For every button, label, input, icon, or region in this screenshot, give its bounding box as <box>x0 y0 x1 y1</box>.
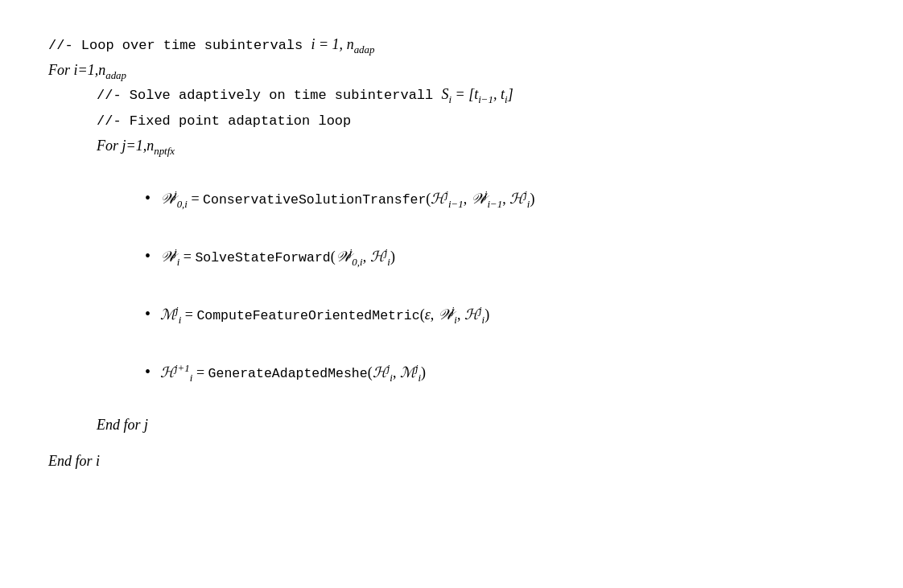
bullet-4-content: ℋj+1i = GenerateAdaptedMeshe(ℋji, ℳji) <box>160 360 426 385</box>
bullet-1-equals: = <box>191 191 203 207</box>
bullet-2-symbol: • <box>145 242 150 269</box>
bullet-3-symbol: • <box>145 300 150 327</box>
bullet-2-fn: SolveStateForward <box>195 250 330 265</box>
comment-fp-text: //- Fixed point adaptation loop <box>97 113 351 129</box>
bullet-1-paren-close: ) <box>530 191 534 207</box>
for-i-text: For i=1,nadap <box>48 62 126 78</box>
bullet-2-content: 𝒲ji = SolveStateForward(𝒲j0,i, ℋji) <box>160 245 395 269</box>
bullet-4-equals: = <box>196 364 208 380</box>
bullet-item-1: • 𝒲j0,i = ConservativeSolutionTransfer(ℋ… <box>145 184 855 212</box>
bullet-1-arg2: 𝒲ji−1 <box>471 191 502 207</box>
bullet-item-2: • 𝒲ji = SolveStateForward(𝒲j0,i, ℋji) <box>145 242 855 269</box>
bullet-2-paren-close: ) <box>390 249 395 265</box>
comment-solve-text: //- Solve adaptively on time subinterval… <box>97 88 441 103</box>
bullet-2-lhs: 𝒲ji <box>160 249 183 265</box>
bullet-1-arg1: ℋji−1 <box>431 191 463 207</box>
bullet-3-comma1: , <box>431 306 438 323</box>
bullet-item-4: • ℋj+1i = GenerateAdaptedMeshe(ℋji, ℳji) <box>145 358 855 385</box>
bullet-1-content: 𝒲j0,i = ConservativeSolutionTransfer(ℋji… <box>160 187 534 212</box>
bullet-1-fn: ConservativeSolutionTransfer <box>203 192 426 208</box>
comment-loop-text: //- Loop over time subintervals <box>48 38 311 53</box>
bullet-3-equals: = <box>185 306 197 323</box>
bullet-3-comma2: , <box>457 306 464 323</box>
end-for-j-line: End for j <box>97 413 855 438</box>
bullet-3-paren-close: ) <box>484 306 489 323</box>
bullet-2-equals: = <box>183 249 196 265</box>
bullet-1-arg3: ℋji <box>509 191 530 207</box>
bullet-item-3: • ℳji = ComputeFeatureOrientedMetric(ε, … <box>145 300 855 327</box>
bullet-1-symbol: • <box>145 184 150 212</box>
bullet-4-lhs: ℋj+1i <box>160 364 196 380</box>
bullet-3-arg3: ℋji <box>464 306 484 323</box>
algorithm-container: //- Loop over time subintervals i = 1, n… <box>48 32 855 473</box>
bullet-2-arg2: ℋji <box>370 249 390 265</box>
bullet-1-lhs: 𝒲j0,i <box>160 191 191 207</box>
bullet-4-comma1: , <box>393 364 400 380</box>
bullet-4-symbol: • <box>145 358 150 385</box>
comment-fixed-point: //- Fixed point adaptation loop <box>97 108 855 134</box>
bullet-1-comma1: , <box>464 191 471 207</box>
bullet-4-arg1: ℋji <box>373 364 393 380</box>
bullet-4-fn: GenerateAdaptedMeshe <box>208 366 368 381</box>
bullet-4-arg2: ℳji <box>400 364 421 380</box>
for-j-text: For j=1,nnptfx <box>97 138 175 154</box>
end-for-i-line: End for i <box>48 449 855 474</box>
for-j-line: For j=1,nnptfx <box>97 134 855 158</box>
end-for-i-text: End for i <box>48 453 100 469</box>
solve-math: Si = [ti−1, ti] <box>441 86 513 102</box>
bullet-3-arg1: ε <box>425 306 431 323</box>
bullet-3-fn: ComputeFeatureOrientedMetric <box>196 308 419 323</box>
comment-loop: //- Loop over time subintervals i = 1, n… <box>48 32 855 58</box>
bullet-2-arg1: 𝒲j0,i <box>336 249 363 265</box>
bullet-3-lhs: ℳji <box>160 306 185 323</box>
bullet-2-comma1: , <box>363 249 370 265</box>
for-i-line: For i=1,nadap <box>48 58 855 83</box>
bullet-1-comma2: , <box>502 191 509 207</box>
bullet-4-paren-close: ) <box>421 364 426 380</box>
end-for-j-text: End for j <box>97 417 148 433</box>
bullet-3-content: ℳji = ComputeFeatureOrientedMetric(ε, 𝒲j… <box>160 302 489 327</box>
bullet-3-arg2: 𝒲ji <box>438 306 457 323</box>
comment-solve: //- Solve adaptively on time subinterval… <box>97 82 855 108</box>
loop-math: i = 1, nadap <box>311 36 374 52</box>
